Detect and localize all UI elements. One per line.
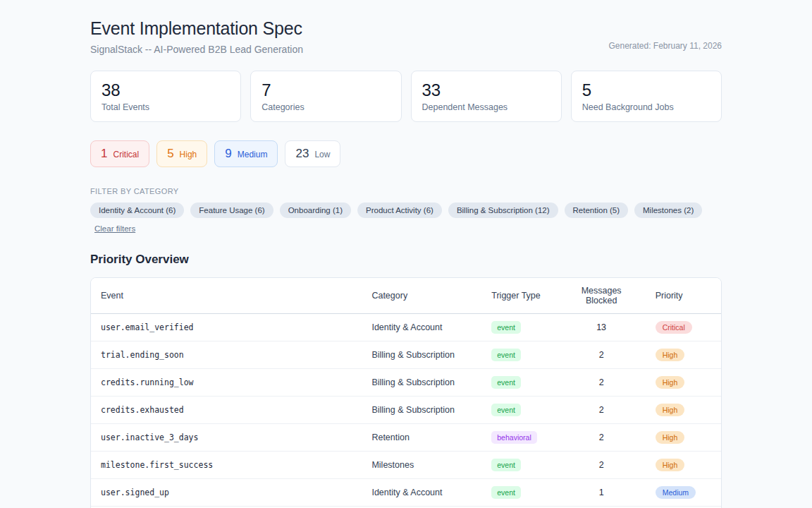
- stat-label: Total Events: [102, 102, 230, 112]
- priority-badge: Medium: [656, 486, 696, 499]
- event-category: Billing & Subscription: [362, 397, 481, 424]
- messages-blocked-count: 2: [558, 424, 646, 452]
- table-row: credits.exhaustedBilling & Subscriptione…: [91, 397, 721, 424]
- col-header-event: Event: [91, 278, 362, 314]
- priority-badge-count: 9: [225, 147, 231, 161]
- priority-cell: Medium: [646, 479, 721, 507]
- event-category: Billing & Subscription: [362, 341, 481, 369]
- trigger-type-cell: event: [481, 341, 557, 369]
- filter-pill-onboarding-1[interactable]: Onboarding (1): [280, 202, 351, 218]
- priority-badge-count: 1: [101, 147, 107, 161]
- priority-badge-count: 23: [295, 147, 309, 161]
- filter-pill-feature-usage-6[interactable]: Feature Usage (6): [190, 202, 273, 218]
- table-row: user.email_verifiedIdentity & Accounteve…: [91, 314, 721, 341]
- priority-cell: High: [646, 452, 721, 479]
- table-header: EventCategoryTrigger TypeMessages Blocke…: [91, 278, 721, 314]
- priority-badge: High: [656, 376, 685, 389]
- col-header-category: Category: [362, 278, 481, 314]
- stat-label: Dependent Messages: [422, 102, 550, 112]
- table-row: trial.ending_soonBilling & Subscriptione…: [91, 341, 721, 369]
- filter-pill-retention-5[interactable]: Retention (5): [565, 202, 628, 218]
- priority-cell: Critical: [646, 314, 721, 341]
- stat-card-total-events: 38Total Events: [90, 71, 241, 122]
- filter-pill-milestones-2[interactable]: Milestones (2): [634, 202, 702, 218]
- clear-filters-link[interactable]: Clear filters: [94, 224, 135, 233]
- priority-table: EventCategoryTrigger TypeMessages Blocke…: [90, 277, 722, 508]
- generated-date: Generated: February 11, 2026: [608, 18, 722, 51]
- messages-blocked-count: 1: [558, 479, 646, 507]
- event-name: user.email_verified: [91, 314, 362, 341]
- priority-badge-high[interactable]: 5High: [156, 140, 207, 167]
- page: Event Implementation Spec SignalStack --…: [90, 0, 722, 508]
- section-title: Priority Overview: [90, 253, 722, 267]
- event-category: Identity & Account: [362, 314, 481, 341]
- page-subtitle: SignalStack -- AI-Powered B2B Lead Gener…: [90, 44, 303, 55]
- priority-badge-label: Critical: [113, 150, 139, 159]
- stat-value: 7: [262, 80, 390, 101]
- filter-label: FILTER BY CATEGORY: [90, 187, 722, 195]
- col-header-trigger-type: Trigger Type: [481, 278, 557, 314]
- priority-cell: High: [646, 397, 721, 424]
- messages-blocked-count: 2: [558, 341, 646, 369]
- trigger-type-badge: event: [491, 321, 521, 334]
- priority-cell: High: [646, 341, 721, 369]
- event-name: milestone.first_success: [91, 452, 362, 479]
- filter-pill-identity-account-6[interactable]: Identity & Account (6): [90, 202, 184, 218]
- stat-label: Need Background Jobs: [582, 102, 710, 112]
- priority-cell: High: [646, 424, 721, 452]
- trigger-type-badge: behavioral: [491, 431, 536, 444]
- priority-badge: High: [656, 459, 685, 471]
- table-row: user.signed_upIdentity & Accountevent1Me…: [91, 479, 721, 507]
- priority-table-grid: EventCategoryTrigger TypeMessages Blocke…: [91, 278, 721, 508]
- trigger-type-cell: event: [481, 479, 557, 507]
- messages-blocked-count: 2: [558, 452, 646, 479]
- filter-pill-product-activity-6[interactable]: Product Activity (6): [357, 202, 442, 218]
- priority-badge-medium[interactable]: 9Medium: [214, 140, 278, 167]
- trigger-type-badge: event: [491, 486, 521, 499]
- trigger-type-cell: event: [481, 397, 557, 424]
- table-row: credits.running_lowBilling & Subscriptio…: [91, 369, 721, 397]
- event-name: user.signed_up: [91, 479, 362, 507]
- event-category: Identity & Account: [362, 479, 481, 507]
- event-name: credits.exhausted: [91, 397, 362, 424]
- messages-blocked-count: 2: [558, 369, 646, 397]
- trigger-type-cell: behavioral: [481, 424, 557, 452]
- priority-badge-label: Medium: [238, 150, 268, 159]
- stat-value: 33: [422, 80, 550, 101]
- messages-blocked-count: 13: [558, 314, 646, 341]
- trigger-type-badge: event: [491, 459, 521, 471]
- stat-card-categories: 7Categories: [250, 71, 401, 122]
- priority-badge-count: 5: [167, 147, 173, 161]
- trigger-type-cell: event: [481, 452, 557, 479]
- stat-card-dependent-messages: 33Dependent Messages: [411, 71, 562, 122]
- filter-pills: Identity & Account (6)Feature Usage (6)O…: [90, 202, 722, 233]
- stat-card-need-background-jobs: 5Need Background Jobs: [571, 71, 722, 122]
- priority-badge: Critical: [656, 321, 692, 334]
- trigger-type-cell: event: [481, 314, 557, 341]
- priority-badge: High: [656, 349, 685, 361]
- trigger-type-badge: event: [491, 404, 521, 416]
- page-title: Event Implementation Spec: [90, 18, 303, 39]
- event-name: user.inactive_3_days: [91, 424, 362, 452]
- priority-badge-critical[interactable]: 1Critical: [90, 140, 149, 167]
- page-header: Event Implementation Spec SignalStack --…: [90, 18, 722, 55]
- trigger-type-badge: event: [491, 376, 521, 389]
- col-header-priority: Priority: [646, 278, 721, 314]
- priority-badge-low[interactable]: 23Low: [285, 140, 340, 167]
- priority-badge-label: High: [180, 150, 197, 159]
- title-block: Event Implementation Spec SignalStack --…: [90, 18, 303, 55]
- event-name: trial.ending_soon: [91, 341, 362, 369]
- event-category: Billing & Subscription: [362, 369, 481, 397]
- messages-blocked-count: 2: [558, 397, 646, 424]
- event-name: credits.running_low: [91, 369, 362, 397]
- stat-value: 5: [582, 80, 710, 101]
- filter-pill-billing-subscription-12[interactable]: Billing & Subscription (12): [448, 202, 558, 218]
- stats-row: 38Total Events7Categories33Dependent Mes…: [90, 71, 722, 122]
- priority-badge: High: [656, 404, 685, 416]
- event-category: Retention: [362, 424, 481, 452]
- stat-value: 38: [102, 80, 230, 101]
- table-header-row: EventCategoryTrigger TypeMessages Blocke…: [91, 278, 721, 314]
- trigger-type-badge: event: [491, 349, 521, 361]
- event-category: Milestones: [362, 452, 481, 479]
- col-header-messages-blocked: Messages Blocked: [558, 278, 646, 314]
